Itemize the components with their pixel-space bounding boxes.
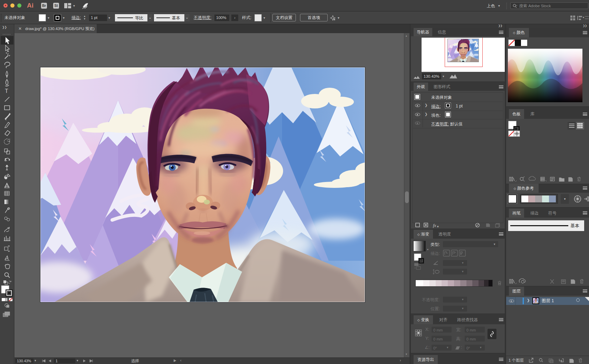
svg-text:fx: fx — [433, 223, 436, 228]
svg-text:▾: ▾ — [437, 225, 439, 228]
svg-text:基本: 基本 — [172, 16, 180, 20]
svg-text:等比: 等比 — [135, 16, 143, 20]
svg-text:T: T — [5, 88, 8, 94]
